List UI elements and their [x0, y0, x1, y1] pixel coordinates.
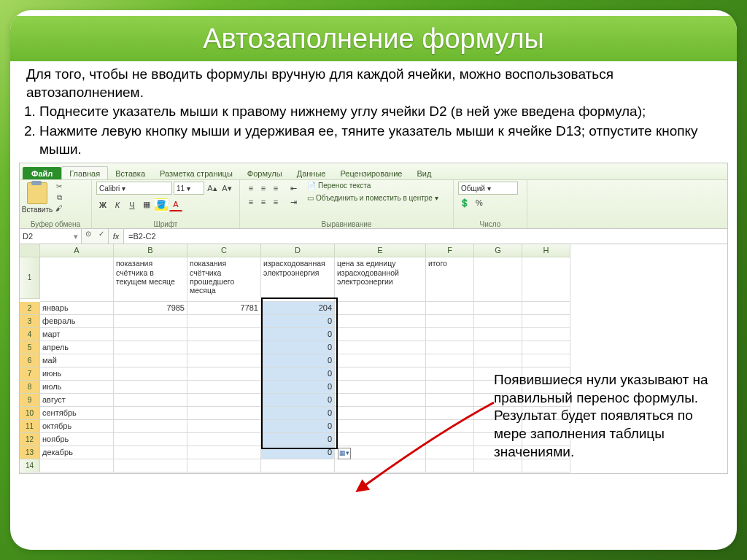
grow-font-icon[interactable]: A▴ — [206, 182, 219, 195]
currency-icon[interactable]: 💲 — [458, 196, 471, 209]
formula-bar: D2▾ ⊙✓ fx =B2-C2 — [20, 229, 727, 244]
font-group-label: Шрифт — [96, 220, 235, 228]
slide-title: Автозаполнение формулы — [10, 16, 737, 61]
tab-data[interactable]: Данные — [290, 167, 333, 179]
tab-review[interactable]: Рецензирование — [333, 167, 409, 179]
alignment-group-label: Выравнивание — [244, 220, 449, 228]
step-2: Нажмите левую кнопку мыши и удерживая ее… — [39, 122, 737, 158]
clipboard-group-label: Буфер обмена — [24, 220, 87, 228]
format-painter-icon[interactable]: 🖌 — [53, 203, 65, 214]
paste-label: Вставить — [22, 206, 53, 214]
paste-button[interactable]: Вставить — [24, 182, 50, 214]
tab-page-layout[interactable]: Разметка страницы — [152, 167, 240, 179]
fx-icon[interactable]: fx — [109, 229, 124, 244]
formula-input[interactable]: =B2-C2 — [124, 229, 727, 244]
shrink-font-icon[interactable]: A▾ — [220, 182, 233, 195]
tab-home[interactable]: Главная — [61, 166, 108, 179]
ribbon-body: Вставить ✂ ⧉ 🖌 Буфер обмена Calibri▾ 11▾… — [20, 180, 727, 229]
italic-icon[interactable]: К — [111, 198, 124, 211]
increase-indent-icon[interactable]: ⇥ — [287, 195, 300, 209]
percent-icon[interactable]: % — [473, 196, 486, 209]
tab-view[interactable]: Вид — [409, 167, 438, 179]
cut-icon[interactable]: ✂ — [53, 182, 65, 192]
autofill-options-icon[interactable]: ▦▾ — [338, 448, 351, 459]
ribbon-tabs: Файл Главная Вставка Разметка страницы Ф… — [20, 163, 727, 180]
font-select[interactable]: Calibri▾ — [96, 182, 172, 195]
number-format-select[interactable]: Общий▾ — [458, 182, 518, 195]
underline-icon[interactable]: Ч — [125, 198, 139, 211]
fill-color-icon[interactable]: 🪣 — [155, 198, 168, 211]
font-size-select[interactable]: 11▾ — [174, 182, 204, 195]
steps-list: Поднесите указатель мыши к правому нижне… — [10, 103, 737, 158]
align-buttons[interactable]: ≡≡≡ ≡≡≡ — [244, 182, 281, 209]
number-group-label: Число — [458, 220, 522, 228]
annotation-text: Появившиеся нули указывают на правильный… — [494, 371, 720, 461]
merge-center-button[interactable]: ▭Объединить и поместить в центре▾ — [307, 194, 438, 202]
wrap-text-button[interactable]: 📄Перенос текста — [307, 182, 438, 190]
intro-text: Для того, чтобы не вводить формулы вручн… — [10, 61, 737, 101]
tab-formulas[interactable]: Формулы — [240, 167, 290, 179]
decrease-indent-icon[interactable]: ⇤ — [287, 182, 300, 195]
paste-icon — [27, 182, 47, 204]
step-1: Поднесите указатель мыши к правому нижне… — [39, 103, 737, 121]
font-color-icon[interactable]: A — [169, 198, 182, 211]
tab-file[interactable]: Файл — [23, 167, 61, 179]
name-box[interactable]: D2▾ — [20, 229, 82, 244]
bold-icon[interactable]: Ж — [96, 198, 109, 211]
tab-insert[interactable]: Вставка — [108, 167, 152, 179]
copy-icon[interactable]: ⧉ — [53, 192, 65, 203]
border-icon[interactable]: ▦ — [140, 198, 153, 211]
